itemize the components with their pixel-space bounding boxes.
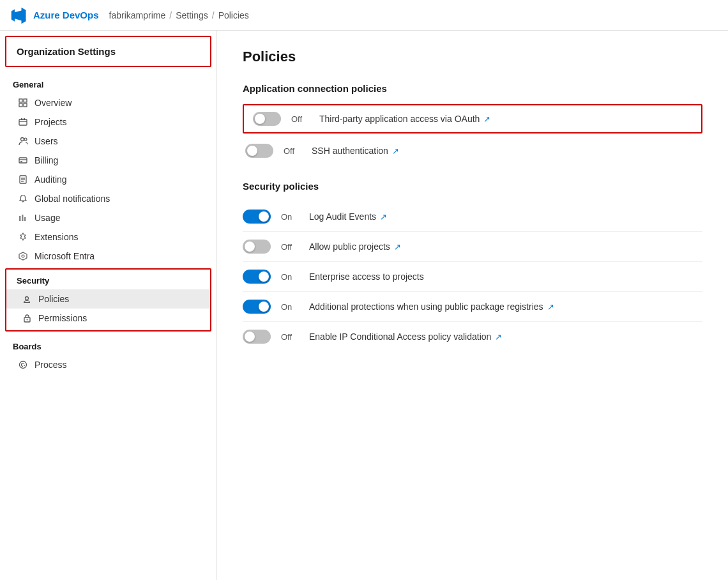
toggle-ssh[interactable] (245, 144, 273, 158)
policy-link-log-audit[interactable]: ↗ (380, 212, 387, 222)
breadcrumb-org[interactable]: fabrikamprime (109, 10, 166, 20)
svg-rect-10 (19, 158, 27, 163)
toggle-status-log-audit: On (281, 212, 299, 222)
sidebar-item-label: Permissions (38, 313, 87, 323)
svg-point-25 (20, 362, 27, 369)
svg-point-8 (20, 138, 24, 141)
breadcrumb-settings[interactable]: Settings (176, 10, 208, 20)
svg-rect-7 (24, 118, 25, 120)
policy-label-package-registries: Additional protections when using public… (309, 301, 554, 312)
bell-icon (18, 194, 28, 204)
toggle-package-registries[interactable] (243, 300, 271, 314)
app-connection-section: Application connection policies Off Thir… (243, 83, 702, 165)
policy-row-log-audit: On Log Audit Events ↗ (243, 202, 702, 232)
security-policies-section: Security policies On Log Audit Events ↗ (243, 181, 702, 351)
toggle-ip-conditional[interactable] (243, 330, 271, 344)
svg-rect-6 (21, 118, 22, 120)
policy-row-public-projects: Off Allow public projects ↗ (243, 232, 702, 262)
svg-rect-18 (22, 215, 24, 221)
toggle-status-ssh: Off (284, 146, 301, 156)
policy-row-package-registries: On Additional protections when using pub… (243, 292, 702, 322)
sidebar-item-process[interactable]: Process (0, 355, 216, 374)
svg-rect-17 (19, 216, 21, 221)
svg-rect-4 (19, 119, 27, 125)
sidebar-item-billing[interactable]: Billing (0, 151, 216, 170)
policy-label-ssh: SSH authentication ↗ (312, 146, 399, 156)
sidebar-item-users[interactable]: Users (0, 132, 216, 151)
policy-link-public-projects[interactable]: ↗ (394, 242, 401, 252)
toggle-oauth[interactable] (253, 112, 281, 126)
users-icon (18, 136, 28, 146)
lock-icon (22, 313, 32, 323)
sidebar-item-microsoft-entra[interactable]: Microsoft Entra (0, 247, 216, 266)
toggle-status-package-registries: On (281, 302, 299, 312)
sidebar-item-overview[interactable]: Overview (0, 93, 216, 112)
sidebar-item-policies[interactable]: Policies (6, 289, 210, 309)
svg-rect-2 (19, 103, 22, 107)
policy-row-ssh: Off SSH authentication ↗ (243, 136, 702, 165)
svg-rect-1 (24, 99, 27, 102)
usage-icon (18, 213, 28, 223)
sidebar-item-label: Usage (34, 213, 60, 223)
org-settings-header: Organization Settings (5, 36, 211, 67)
sidebar-item-permissions[interactable]: Permissions (6, 309, 210, 328)
policy-label-log-audit: Log Audit Events ↗ (309, 211, 387, 222)
toggle-status-oauth: Off (291, 114, 309, 124)
svg-rect-19 (24, 217, 26, 221)
policy-label-enterprise-access: Enterprise access to projects (309, 271, 424, 282)
toggle-status-public-projects: Off (281, 242, 299, 252)
toggle-enterprise-access[interactable] (243, 270, 271, 284)
policy-label-oauth: Third-party application access via OAuth… (319, 114, 490, 124)
logo[interactable]: Azure DevOps (10, 6, 99, 24)
process-icon (18, 360, 28, 370)
main-content: Policies Application connection policies… (217, 31, 728, 580)
breadcrumb: fabrikamprime / Settings / Policies (109, 10, 249, 20)
sidebar-item-global-notifications[interactable]: Global notifications (0, 189, 216, 208)
svg-point-9 (24, 138, 27, 141)
policy-label-public-projects: Allow public projects ↗ (309, 241, 401, 252)
toggle-status-enterprise-access: On (281, 272, 299, 282)
breadcrumb-current: Policies (218, 10, 249, 20)
billing-icon (18, 155, 28, 165)
sidebar-item-usage[interactable]: Usage (0, 208, 216, 227)
policy-link-ssh[interactable]: ↗ (392, 146, 399, 156)
svg-rect-12 (20, 161, 22, 162)
sidebar-item-projects[interactable]: Projects (0, 112, 216, 132)
sidebar-item-label: Billing (34, 155, 58, 165)
policy-link-ip-conditional[interactable]: ↗ (495, 332, 502, 342)
svg-point-24 (26, 319, 27, 321)
sidebar-item-extensions[interactable]: Extensions (0, 227, 216, 247)
policy-row-ip-conditional: Off Enable IP Conditional Access policy … (243, 322, 702, 351)
grid-icon (18, 98, 28, 108)
sidebar-item-label: Users (34, 136, 58, 146)
boards-section-label: Boards (0, 334, 216, 355)
sidebar-item-label: Microsoft Entra (34, 251, 95, 261)
breadcrumb-sep1: / (169, 10, 172, 20)
policy-row-oauth: Off Third-party application access via O… (243, 104, 702, 134)
sidebar-item-label: Global notifications (34, 194, 110, 204)
layout: Organization Settings General Overview (0, 31, 728, 580)
security-section: Security Policies (5, 268, 211, 332)
policy-label-ip-conditional: Enable IP Conditional Access policy vali… (309, 332, 502, 342)
auditing-icon (18, 174, 28, 185)
svg-point-22 (26, 297, 29, 300)
page-title: Policies (243, 49, 702, 65)
entra-icon (18, 251, 28, 261)
policies-icon (22, 294, 32, 304)
general-section-label: General (0, 72, 216, 93)
sidebar-item-label: Process (34, 360, 67, 370)
logo-text: Azure DevOps (33, 10, 99, 20)
toggle-public-projects[interactable] (243, 240, 271, 254)
projects-icon (18, 117, 28, 127)
policy-link-oauth[interactable]: ↗ (483, 114, 490, 124)
sidebar-item-auditing[interactable]: Auditing (0, 170, 216, 189)
security-policies-title: Security policies (243, 181, 702, 192)
policy-link-package-registries[interactable]: ↗ (547, 302, 554, 312)
extensions-icon (18, 232, 28, 242)
sidebar-item-label: Overview (34, 98, 72, 108)
toggle-status-ip-conditional: Off (281, 332, 299, 342)
sidebar: Organization Settings General Overview (0, 31, 217, 580)
svg-rect-0 (19, 99, 22, 102)
sidebar-item-label: Projects (34, 117, 67, 127)
toggle-log-audit[interactable] (243, 210, 271, 224)
